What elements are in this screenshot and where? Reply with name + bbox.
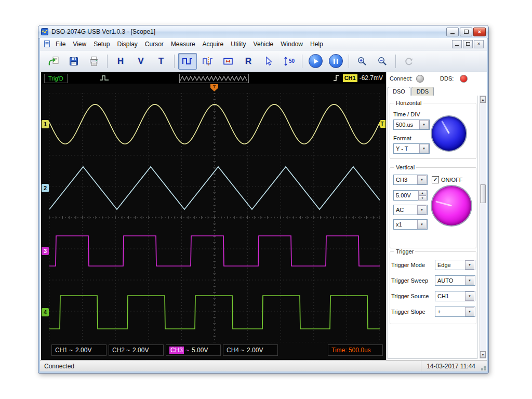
- menu-cursor[interactable]: Cursor: [141, 39, 167, 49]
- save-button[interactable]: [64, 53, 83, 70]
- check-icon: ✓: [433, 177, 437, 182]
- mdi-close-button[interactable]: ×: [474, 40, 484, 48]
- ch2-readout: CH2~2.00V: [109, 344, 164, 356]
- autoset-button[interactable]: [219, 53, 237, 70]
- window-controls: ×: [446, 28, 486, 36]
- scope-display: T 1 2 3 4 T CH1~2.00V CH2~2.00V CH3~5.00…: [41, 84, 386, 360]
- trigger-status-bar: Trig'D CH1 -62.7mV: [41, 72, 386, 84]
- vertical-knob[interactable]: [432, 186, 471, 225]
- self-calibration-button: [400, 53, 418, 70]
- trigger-edge-icon: [332, 74, 341, 82]
- zoom-out-button[interactable]: [373, 53, 392, 70]
- trigger-channel-badge: CH1: [343, 74, 357, 82]
- menu-setup[interactable]: Setup: [90, 39, 113, 49]
- trigger-setup-button[interactable]: T: [152, 53, 170, 70]
- menu-acquire[interactable]: Acquire: [199, 39, 228, 49]
- chevron-down-icon: ▼: [417, 220, 427, 229]
- spin-up-icon[interactable]: ▲: [418, 190, 427, 195]
- mdi-minimize-button[interactable]: [452, 40, 462, 48]
- horizontal-group-title: Horizontal: [394, 100, 423, 106]
- titlebar[interactable]: DSO-2074G USB Ver1.0.3 - [Scope1] ×: [38, 25, 488, 38]
- app-window: DSO-2074G USB Ver1.0.3 - [Scope1] × File…: [38, 25, 489, 374]
- play-icon: [309, 54, 323, 68]
- volts-div-spinner[interactable]: 5.00V ▲ ▼: [393, 190, 428, 201]
- cursor-button[interactable]: [259, 53, 278, 70]
- scroll-up-button[interactable]: ▲: [480, 96, 486, 103]
- menu-vehicle[interactable]: Vehicle: [250, 39, 277, 49]
- close-icon: ×: [478, 29, 481, 35]
- chevron-down-icon: ▼: [419, 120, 429, 129]
- scroll-up-icon: ▲: [482, 98, 485, 101]
- trigger-slope-label: Trigger Slope: [391, 309, 425, 315]
- app-icon: [41, 28, 48, 35]
- ac-coupling-icon: ~: [69, 347, 73, 354]
- print-icon: [89, 56, 99, 66]
- restore-button[interactable]: [460, 28, 472, 36]
- menu-help[interactable]: Help: [307, 39, 327, 49]
- cursor-icon: [263, 56, 274, 66]
- tab-dso[interactable]: DSO: [388, 87, 410, 96]
- t-letter-icon: T: [158, 56, 164, 66]
- trigger-source-select[interactable]: CH1 ▼: [435, 291, 475, 301]
- panel-scrollbar[interactable]: ▲ ▼: [480, 96, 486, 358]
- connect-label: Connect:: [390, 75, 413, 82]
- minimize-icon: [455, 45, 459, 46]
- trigger-50-button[interactable]: 50: [280, 53, 298, 70]
- time-div-select[interactable]: 500.us ▼: [393, 119, 430, 130]
- menu-display[interactable]: Display: [114, 39, 141, 49]
- restore-icon: [466, 42, 470, 46]
- trigger-slope-select[interactable]: + ▼: [435, 307, 475, 317]
- run-button[interactable]: [306, 53, 325, 70]
- rotate-arrow-icon: [404, 56, 414, 66]
- toolbar-separator: [395, 55, 396, 68]
- pulse-measure-button[interactable]: [198, 53, 217, 70]
- open-icon: [48, 56, 59, 66]
- channel-select[interactable]: CH3 ▼: [393, 175, 428, 185]
- ch4-level-marker[interactable]: 4: [42, 308, 49, 316]
- tab-dds[interactable]: DDS: [411, 87, 434, 96]
- resize-grip[interactable]: [484, 368, 486, 370]
- autoset-icon: [222, 56, 234, 66]
- probe-select[interactable]: x1 ▼: [393, 219, 428, 230]
- scroll-down-button[interactable]: ▼: [480, 351, 486, 358]
- horizontal-knob[interactable]: [432, 116, 466, 151]
- menu-view[interactable]: View: [69, 39, 90, 49]
- chevron-down-icon: ▼: [465, 260, 474, 270]
- mdi-restore-button[interactable]: [463, 40, 473, 48]
- waveform-mode-button[interactable]: [178, 53, 197, 70]
- ch2-level-marker[interactable]: 2: [42, 184, 49, 192]
- vertical-group-title: Vertical: [394, 164, 416, 170]
- print-button[interactable]: [85, 53, 103, 70]
- trigger-mode-select[interactable]: Edge ▼: [435, 260, 475, 270]
- ch4-readout: CH4~2.00V: [223, 344, 278, 356]
- horizontal-setup-button[interactable]: H: [111, 53, 130, 70]
- ch3-level-marker[interactable]: 3: [42, 247, 49, 255]
- trigger-sweep-select[interactable]: AUTO ▼: [435, 275, 475, 286]
- scroll-thumb[interactable]: [480, 184, 486, 203]
- pause-button[interactable]: [326, 53, 345, 70]
- connection-status: Connected: [44, 363, 421, 370]
- ch1-level-marker[interactable]: 1: [42, 120, 49, 128]
- ac-coupling-icon: ~: [126, 347, 130, 354]
- toolbar-separator: [174, 55, 175, 68]
- waveform-preview[interactable]: [179, 74, 249, 83]
- menu-measure[interactable]: Measure: [167, 39, 199, 49]
- record-button[interactable]: R: [239, 53, 258, 70]
- zoom-in-button[interactable]: [353, 53, 371, 70]
- open-button[interactable]: [44, 53, 63, 70]
- vertical-setup-button[interactable]: V: [131, 53, 150, 70]
- channel-onoff-checkbox[interactable]: ✓ ON/OFF: [432, 176, 463, 183]
- spin-down-icon[interactable]: ▼: [418, 195, 427, 201]
- knob-pointer: [435, 201, 452, 206]
- menu-file[interactable]: File: [52, 39, 69, 49]
- square-wave-markers-icon: [202, 56, 214, 66]
- menu-window[interactable]: Window: [277, 39, 307, 49]
- trigger-position-marker[interactable]: T: [210, 84, 218, 91]
- format-select[interactable]: Y - T ▼: [393, 143, 430, 154]
- coupling-select[interactable]: AC ▼: [393, 205, 428, 215]
- menu-utility[interactable]: Utility: [227, 39, 249, 49]
- knob-pointer: [441, 121, 450, 134]
- minimize-button[interactable]: [446, 28, 459, 36]
- close-button[interactable]: ×: [473, 28, 486, 36]
- zoom-out-icon: [377, 56, 388, 66]
